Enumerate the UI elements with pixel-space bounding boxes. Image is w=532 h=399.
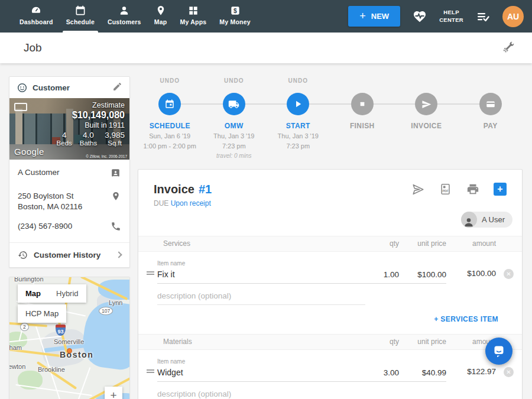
hybrid-button[interactable]: Hybrid: [48, 284, 86, 303]
schedule-step-circle[interactable]: [158, 93, 181, 115]
timeline-step-finish[interactable]: FINISH: [330, 77, 395, 161]
new-button[interactable]: + NEW: [348, 6, 400, 27]
hcp-map-button[interactable]: HCP Map: [18, 304, 66, 323]
baths-value: 4.0: [80, 131, 97, 140]
nav-item-map[interactable]: Map: [148, 0, 174, 33]
pay-step-circle[interactable]: [479, 93, 502, 115]
item-name-label: Item name: [157, 358, 359, 365]
material-qty-input[interactable]: 3.00: [359, 368, 399, 382]
material-unit-price-input[interactable]: $40.99: [399, 368, 446, 382]
help-line2: CENTER: [439, 17, 463, 24]
chat-fab-button[interactable]: [485, 338, 512, 365]
chevron-right-icon: [115, 252, 122, 258]
invoice-number[interactable]: #1: [199, 183, 212, 196]
sqft-value: 3,985: [105, 131, 125, 140]
health-heart-icon[interactable]: [412, 9, 427, 24]
undo-link[interactable]: UNDO: [224, 77, 244, 89]
nav-label: My Money: [219, 18, 250, 25]
map-label: Somerville: [54, 338, 84, 345]
new-button-label: NEW: [371, 12, 389, 21]
timeline-step-start[interactable]: UNDO START Thu, Jan 3 '197:23 pm: [266, 77, 330, 161]
invoice-actions: PDF +: [411, 183, 507, 196]
invoice-title: Invoice: [154, 183, 194, 196]
service-item-name-input[interactable]: Fix it: [157, 270, 359, 284]
invoice-step-circle[interactable]: [415, 93, 437, 115]
zestimate-label: Zestimate: [57, 101, 125, 109]
content-area: Customer Zesti: [0, 63, 532, 399]
zoom-in-button[interactable]: +: [105, 387, 122, 399]
timeline-step-omw[interactable]: UNDO OMW Thu, Jan 3 '197:23 pmtravel: 0 …: [202, 77, 267, 161]
add-invoice-icon[interactable]: +: [494, 183, 507, 196]
assigned-user-chip[interactable]: A User: [461, 212, 512, 228]
material-description-input[interactable]: description (optional): [157, 390, 365, 399]
customer-phone: (234) 567-8900: [18, 221, 72, 232]
contact-card-icon[interactable]: [110, 167, 121, 181]
delete-line-icon[interactable]: ✕: [504, 367, 514, 377]
checklist-icon[interactable]: [475, 9, 491, 24]
timeline-step-invoice[interactable]: INVOICE: [394, 77, 459, 161]
item-name-label: Item name: [157, 260, 359, 267]
print-icon[interactable]: [466, 183, 479, 196]
nav-item-customers[interactable]: Customers: [101, 0, 148, 33]
drag-handle-icon[interactable]: [147, 270, 157, 283]
nav-item-my-money[interactable]: $ My Money: [213, 0, 257, 33]
delete-line-icon[interactable]: ✕: [504, 269, 514, 279]
timeline-step-schedule[interactable]: UNDO SCHEDULE Sun, Jan 6 '191:00 pm - 2:…: [138, 77, 202, 161]
customer-history-button[interactable]: Customer History: [9, 242, 129, 267]
customer-history-label: Customer History: [34, 251, 100, 259]
dollar-square-icon: $: [229, 5, 242, 17]
beds-value: 4: [57, 131, 72, 140]
property-streetview-photo[interactable]: Zestimate $10,149,080 Built in 1911 4Bed…: [9, 98, 129, 160]
route-shield-107: 107: [99, 307, 113, 315]
nav-label: Dashboard: [20, 18, 53, 25]
phone-icon[interactable]: [111, 221, 121, 235]
chat-bubble-icon: [492, 344, 506, 358]
nav-item-schedule[interactable]: Schedule: [60, 0, 101, 33]
due-value-link[interactable]: Upon receipt: [171, 199, 211, 207]
undo-link[interactable]: UNDO: [288, 77, 308, 89]
service-description-input[interactable]: description (optional): [157, 291, 365, 305]
service-unit-price-input[interactable]: $100.00: [399, 270, 446, 284]
invoice-header: Invoice #1 PDF +: [138, 170, 522, 207]
streetview-toggle-icon[interactable]: [14, 103, 27, 111]
qty-column-header: qty: [359, 239, 399, 248]
finish-step-circle[interactable]: [351, 93, 374, 115]
send-icon: [421, 99, 432, 109]
unit-price-column-header: unit price: [399, 239, 446, 248]
map-label-boston: Boston: [60, 350, 93, 359]
service-line-item: Item name Fix it 1.00 $100.00 $100.00 ✕: [138, 252, 522, 284]
user-avatar[interactable]: AU: [502, 6, 524, 27]
left-sidebar: Customer Zesti: [9, 76, 130, 399]
nav-label: My Apps: [180, 18, 207, 25]
timeline-step-pay[interactable]: PAY: [459, 77, 523, 161]
material-item-name-input[interactable]: Widget: [157, 368, 359, 382]
google-logo: Google: [14, 147, 44, 157]
calendar-icon: [164, 99, 175, 109]
map-button[interactable]: Map: [18, 284, 48, 303]
map-zoom-control: + −: [105, 387, 122, 399]
send-invoice-icon[interactable]: [411, 183, 425, 196]
face-icon: [17, 82, 28, 93]
add-services-item-link[interactable]: + SERVICES ITEM: [434, 315, 498, 323]
pdf-icon[interactable]: PDF: [439, 183, 452, 196]
location-pin-icon[interactable]: [111, 191, 121, 205]
unit-price-column-header: unit price: [399, 338, 446, 346]
material-amount: $122.97: [446, 367, 496, 382]
help-center-link[interactable]: HELP CENTER: [439, 9, 463, 24]
job-settings-icon[interactable]: [502, 40, 515, 56]
job-location-marker[interactable]: [67, 348, 72, 353]
customer-name-row: A Customer: [9, 160, 129, 185]
nav-item-my-apps[interactable]: My Apps: [174, 0, 213, 33]
undo-link[interactable]: UNDO: [160, 77, 180, 89]
nav-item-dashboard[interactable]: Dashboard: [13, 0, 60, 33]
drag-handle-icon[interactable]: [147, 368, 157, 381]
zestimate-value: $10,149,080: [57, 110, 125, 121]
edit-pencil-icon[interactable]: [112, 82, 122, 94]
built-year: Built in 1911: [57, 121, 125, 129]
services-label: Services: [163, 239, 359, 248]
omw-step-circle[interactable]: [223, 93, 245, 115]
start-step-circle[interactable]: [287, 93, 309, 115]
service-qty-input[interactable]: 1.00: [359, 270, 399, 284]
due-label: DUE: [154, 199, 168, 207]
sqft-label: Sq.ft: [105, 140, 125, 147]
